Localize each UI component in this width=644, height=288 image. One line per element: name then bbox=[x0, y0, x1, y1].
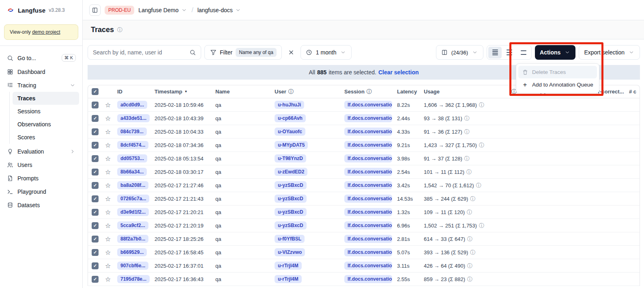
row-checkbox[interactable] bbox=[92, 276, 99, 283]
header-latency[interactable]: Latency bbox=[395, 89, 421, 95]
user-id-badge[interactable]: u-cp66Avh bbox=[275, 114, 306, 122]
search-input[interactable] bbox=[93, 49, 186, 56]
header-name[interactable]: Name bbox=[213, 89, 272, 95]
sidebar-item-users[interactable]: Users bbox=[3, 158, 79, 171]
sidebar-item-sessions[interactable]: Sessions bbox=[13, 105, 79, 118]
user-id-badge[interactable]: u-rTrjI4M bbox=[275, 262, 302, 270]
search-icon[interactable] bbox=[189, 49, 196, 56]
header-extra[interactable]: # c bbox=[627, 89, 640, 95]
sidebar-item-playground[interactable]: Playground bbox=[3, 185, 79, 198]
usage-info-icon[interactable] bbox=[470, 250, 475, 255]
header-timestamp[interactable]: Timestamp bbox=[152, 89, 213, 95]
star-icon[interactable] bbox=[105, 275, 111, 283]
sidebar-item-goto[interactable]: Go to... ⌘ K bbox=[3, 51, 79, 65]
user-id-badge[interactable]: u-rTrjI4M bbox=[275, 275, 302, 283]
row-checkbox[interactable] bbox=[92, 249, 99, 256]
star-icon[interactable] bbox=[105, 208, 111, 216]
usage-info-icon[interactable] bbox=[479, 143, 484, 148]
user-id-badge[interactable]: u-zEwdED2 bbox=[275, 168, 307, 176]
usage-info-icon[interactable] bbox=[467, 263, 472, 269]
header-session[interactable]: Session bbox=[342, 89, 395, 95]
filter-button[interactable]: Filter Name any of qa bbox=[204, 45, 282, 60]
demo-project-link[interactable]: demo project bbox=[32, 29, 60, 35]
sidebar-item-scores[interactable]: Scores bbox=[13, 131, 79, 144]
usage-info-icon[interactable] bbox=[467, 210, 472, 215]
row-checkbox[interactable] bbox=[92, 195, 99, 202]
export-selection-button[interactable]: Export selection bbox=[579, 45, 640, 60]
row-checkbox[interactable] bbox=[92, 142, 99, 149]
star-icon[interactable] bbox=[105, 235, 111, 243]
sidebar-item-datasets[interactable]: Datasets bbox=[3, 198, 79, 212]
usage-info-icon[interactable] bbox=[470, 196, 475, 201]
user-id-badge[interactable]: u-T98YnzD bbox=[275, 154, 306, 162]
breadcrumb-project[interactable]: langfuse-docs bbox=[197, 6, 242, 13]
usage-info-icon[interactable] bbox=[479, 223, 484, 228]
user-id-badge[interactable]: u-yzSBxcD bbox=[275, 221, 307, 230]
row-checkbox[interactable] bbox=[92, 182, 99, 189]
trace-id-badge[interactable]: b669529... bbox=[117, 248, 147, 256]
star-icon[interactable] bbox=[105, 249, 111, 256]
session-id-badge[interactable]: lf.docs.conversation... bbox=[344, 114, 392, 122]
trace-id-badge[interactable]: 8dcf4574... bbox=[117, 141, 148, 149]
row-checkbox[interactable] bbox=[92, 222, 99, 229]
trace-id-badge[interactable]: d3e9d1f2... bbox=[117, 208, 149, 216]
row-height-large-button[interactable] bbox=[517, 47, 530, 58]
star-icon[interactable] bbox=[105, 101, 111, 109]
select-all-checkbox[interactable] bbox=[92, 88, 99, 95]
user-id-badge[interactable]: u-huJhuJi bbox=[275, 101, 304, 109]
trace-id-badge[interactable]: 88f2a7b0... bbox=[117, 235, 148, 243]
usage-info-icon[interactable] bbox=[467, 236, 472, 242]
trace-id-badge[interactable]: 7195d78e... bbox=[117, 275, 150, 283]
user-id-badge[interactable]: u-OYauofc bbox=[275, 128, 305, 136]
star-icon[interactable] bbox=[105, 182, 111, 189]
row-checkbox[interactable] bbox=[92, 209, 99, 216]
sidebar-item-tracing[interactable]: Tracing bbox=[3, 78, 79, 92]
usage-info-icon[interactable] bbox=[467, 277, 472, 282]
star-icon[interactable] bbox=[105, 115, 111, 122]
session-id-badge[interactable]: lf.docs.conversation... bbox=[344, 128, 392, 136]
session-id-badge[interactable]: lf.docs.conversation... bbox=[344, 195, 392, 203]
user-id-badge[interactable]: u-yzSBxcD bbox=[275, 208, 307, 216]
trace-id-badge[interactable]: a433de51... bbox=[117, 114, 150, 122]
trace-id-badge[interactable]: 07265c7a... bbox=[117, 195, 149, 203]
trace-id-badge[interactable]: ba8a208f... bbox=[117, 181, 148, 189]
star-icon[interactable] bbox=[105, 168, 111, 176]
user-id-badge[interactable]: u-f0YfBSL bbox=[275, 235, 305, 243]
session-id-badge[interactable]: lf.docs.conversation... bbox=[344, 275, 392, 283]
star-icon[interactable] bbox=[105, 195, 111, 203]
trace-id-badge[interactable]: 5cca9cf2... bbox=[117, 221, 148, 230]
user-id-badge[interactable]: u-yzSBxcD bbox=[275, 195, 307, 203]
breadcrumb-org[interactable]: Langfuse Demo bbox=[138, 6, 187, 13]
menu-item-add-to-annotation-queue[interactable]: + Add to Annotation Queue bbox=[518, 78, 597, 91]
sidebar-item-observations[interactable]: Observations bbox=[13, 118, 79, 131]
trace-id-badge[interactable]: 8b66a34... bbox=[117, 168, 147, 176]
usage-info-icon[interactable] bbox=[464, 129, 470, 134]
time-range-button[interactable]: 1 month bbox=[301, 45, 352, 60]
sidebar-item-prompts[interactable]: Prompts bbox=[3, 171, 79, 185]
session-id-badge[interactable]: lf.docs.conversation... bbox=[344, 208, 392, 216]
trace-id-badge[interactable]: a0cd0d9... bbox=[117, 101, 147, 109]
session-id-badge[interactable]: lf.docs.conversation... bbox=[344, 154, 392, 162]
user-id-badge[interactable]: u-MYpDAT5 bbox=[275, 141, 308, 149]
session-id-badge[interactable]: lf.docs.conversation... bbox=[344, 141, 392, 149]
sidebar-item-traces[interactable]: Traces bbox=[13, 92, 79, 105]
session-id-badge[interactable]: lf.docs.conversation... bbox=[344, 248, 392, 256]
columns-button[interactable]: (24/36) bbox=[436, 45, 483, 60]
star-icon[interactable] bbox=[105, 262, 111, 270]
star-icon[interactable] bbox=[105, 222, 111, 230]
row-checkbox[interactable] bbox=[92, 128, 99, 135]
row-checkbox[interactable] bbox=[92, 262, 99, 269]
header-usage[interactable]: Usage bbox=[421, 89, 509, 95]
usage-info-icon[interactable] bbox=[464, 116, 470, 121]
info-icon[interactable] bbox=[117, 27, 122, 32]
session-id-badge[interactable]: lf.docs.conversation... bbox=[344, 235, 392, 243]
row-checkbox[interactable] bbox=[92, 236, 99, 243]
header-id[interactable]: ID bbox=[115, 89, 152, 95]
menu-item-delete-traces[interactable]: Delete Traces bbox=[518, 66, 597, 78]
actions-button[interactable]: Actions bbox=[535, 45, 575, 60]
trace-id-badge[interactable]: 084c739... bbox=[117, 128, 147, 136]
header-user[interactable]: User bbox=[272, 89, 342, 95]
usage-info-icon[interactable] bbox=[464, 156, 470, 161]
session-id-badge[interactable]: lf.docs.conversation... bbox=[344, 168, 392, 176]
trace-id-badge[interactable]: 907cbf6e... bbox=[117, 262, 148, 270]
